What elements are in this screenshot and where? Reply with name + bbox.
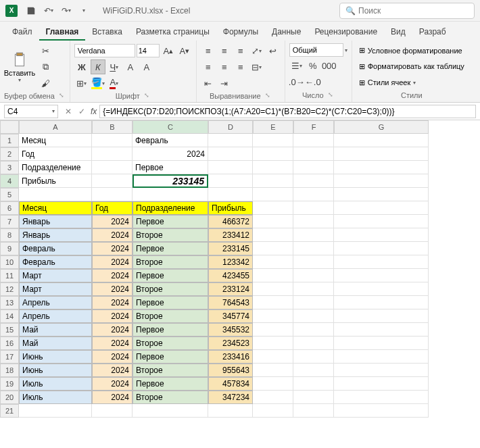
cell[interactable]	[293, 215, 334, 228]
cell[interactable]	[253, 337, 293, 350]
column-header[interactable]: C	[133, 120, 208, 134]
cell[interactable]	[293, 228, 334, 242]
number-format-input[interactable]	[289, 43, 343, 57]
tab-разраб[interactable]: Разраб	[412, 24, 453, 41]
paste-button[interactable]: Вставить ▾	[4, 43, 35, 91]
cell[interactable]: 233412	[208, 228, 253, 242]
cell[interactable]: Февраль	[133, 134, 208, 147]
cell[interactable]	[293, 296, 334, 309]
tab-вид[interactable]: Вид	[384, 24, 412, 41]
cell[interactable]	[253, 161, 293, 174]
font-size-input[interactable]	[137, 44, 160, 57]
align-middle-icon[interactable]: ≡	[217, 43, 232, 58]
cell[interactable]	[334, 174, 429, 188]
dialog-launcher-icon[interactable]: ⤡	[327, 91, 335, 99]
dialog-launcher-icon[interactable]: ⤡	[143, 92, 151, 100]
cell[interactable]: Июнь	[19, 350, 92, 364]
increase-font-icon[interactable]: A▴	[161, 43, 176, 58]
cell[interactable]: 2024	[92, 228, 133, 242]
undo-icon[interactable]: ↶▾	[41, 3, 57, 19]
font-grow-icon[interactable]: A	[123, 59, 138, 74]
cell[interactable]: 466372	[208, 215, 253, 228]
cell[interactable]: 457834	[208, 377, 253, 391]
row-header[interactable]: 3	[0, 161, 19, 174]
cut-icon[interactable]: ✂	[38, 43, 53, 58]
cell[interactable]: 2024	[92, 309, 133, 323]
cell[interactable]: Март	[19, 282, 92, 296]
cell[interactable]: 2024	[92, 337, 133, 350]
cell[interactable]: Февраль	[19, 255, 92, 269]
tab-файл[interactable]: Файл	[5, 24, 39, 41]
cell[interactable]	[293, 147, 334, 161]
row-header[interactable]: 11	[0, 269, 19, 282]
spreadsheet-grid[interactable]: ABCDEFG1МесяцФевраль2Год20243Подразделен…	[0, 120, 480, 418]
cell[interactable]	[253, 201, 293, 215]
cell[interactable]: Апрель	[19, 296, 92, 309]
cell[interactable]: 234523	[208, 337, 253, 350]
cell[interactable]: 2024	[133, 147, 208, 161]
cell[interactable]: 2024	[92, 242, 133, 255]
cell[interactable]: Апрель	[19, 309, 92, 323]
cell[interactable]	[208, 161, 253, 174]
row-header[interactable]: 21	[0, 404, 19, 418]
cell[interactable]: 2024	[92, 364, 133, 377]
cell[interactable]	[208, 188, 253, 201]
cell[interactable]: Прибыль	[19, 174, 92, 188]
row-header[interactable]: 1	[0, 134, 19, 147]
cell[interactable]: Июль	[19, 391, 92, 404]
redo-icon[interactable]: ↷▾	[58, 3, 74, 19]
cell[interactable]: Май	[19, 337, 92, 350]
align-center-icon[interactable]: ≡	[217, 59, 232, 74]
cell[interactable]	[334, 161, 429, 174]
cell[interactable]: Второе	[133, 364, 208, 377]
cell[interactable]: Второе	[133, 391, 208, 404]
cell[interactable]: 2024	[92, 323, 133, 337]
row-header[interactable]: 17	[0, 350, 19, 364]
align-left-icon[interactable]: ≡	[201, 59, 216, 74]
cell[interactable]: Первое	[133, 215, 208, 228]
cell[interactable]	[253, 134, 293, 147]
italic-button[interactable]: К	[91, 59, 105, 74]
cell[interactable]: 2024	[92, 282, 133, 296]
row-header[interactable]: 7	[0, 215, 19, 228]
comma-style-icon[interactable]: 000	[322, 58, 337, 73]
cell[interactable]: Второе	[133, 282, 208, 296]
cell[interactable]	[334, 350, 429, 364]
search-input[interactable]	[358, 6, 469, 16]
cell[interactable]: Январь	[19, 228, 92, 242]
font-shrink-icon[interactable]: A	[139, 59, 154, 74]
cell[interactable]	[92, 134, 133, 147]
qat-customize-icon[interactable]: ▾	[76, 3, 92, 19]
row-header[interactable]: 18	[0, 364, 19, 377]
cell[interactable]: 955643	[208, 364, 253, 377]
cell[interactable]	[334, 201, 429, 215]
decrease-indent-icon[interactable]: ⇤	[201, 76, 216, 91]
cell[interactable]	[253, 377, 293, 391]
search-box[interactable]: 🔍	[339, 3, 475, 19]
format-painter-icon[interactable]: 🖌	[38, 76, 53, 91]
table-header[interactable]: Год	[92, 201, 133, 215]
conditional-formatting-button[interactable]: ⊞Условное форматирование	[356, 45, 467, 56]
wrap-text-icon[interactable]: ↩	[266, 43, 281, 58]
cell[interactable]	[334, 188, 429, 201]
tab-разметка страницы[interactable]: Разметка страницы	[129, 24, 216, 41]
increase-decimal-icon[interactable]: .0→	[289, 75, 304, 90]
cell[interactable]	[133, 188, 208, 201]
cell[interactable]	[293, 269, 334, 282]
cell[interactable]: 233145	[208, 242, 253, 255]
row-header[interactable]: 2	[0, 147, 19, 161]
cell[interactable]: 233124	[208, 282, 253, 296]
cell[interactable]	[293, 282, 334, 296]
cell[interactable]: 2024	[92, 391, 133, 404]
increase-indent-icon[interactable]: ⇥	[217, 76, 232, 91]
row-header[interactable]: 6	[0, 201, 19, 215]
cell[interactable]: Январь	[19, 215, 92, 228]
cell[interactable]: Май	[19, 323, 92, 337]
cell[interactable]: Февраль	[19, 242, 92, 255]
cell[interactable]: Первое	[133, 269, 208, 282]
cell[interactable]	[334, 323, 429, 337]
cell[interactable]	[293, 309, 334, 323]
fx-icon[interactable]: fx	[91, 107, 97, 116]
cell[interactable]	[19, 188, 92, 201]
column-header[interactable]: G	[334, 120, 429, 134]
